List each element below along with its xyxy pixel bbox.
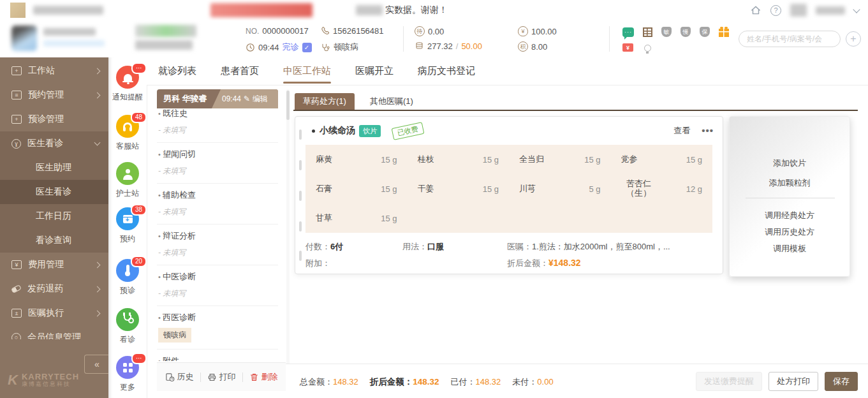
points-icon: 积 — [518, 41, 528, 52]
use-template-button[interactable]: 调用模板 — [730, 243, 850, 254]
redacted-patient-name — [43, 28, 96, 36]
patient-summary-bar: NO.0000000017 09:44 完诊 ✓ 15626156481 顿咳病 — [0, 20, 868, 58]
add-patient-button[interactable]: + — [846, 31, 861, 47]
calendar-icon[interactable]: 38 — [116, 207, 139, 230]
insurance-shield-icon: 保 — [700, 27, 710, 37]
search-input[interactable] — [746, 34, 834, 44]
record-table-icon[interactable] — [643, 27, 652, 37]
sidebar-item-doctor-consult[interactable]: 医生看诊 — [0, 180, 108, 204]
quicknav-consult[interactable]: 看诊 — [108, 308, 147, 345]
sidebar-item-fee-mgmt[interactable]: ¥ 费用管理 — [0, 253, 108, 277]
patient-time-edit: 09:44 ✎ 编辑 — [212, 89, 278, 108]
chevron-down-icon[interactable] — [853, 6, 860, 13]
clipboard-check-icon[interactable]: ✓ — [302, 43, 312, 52]
help-icon[interactable]: ? — [770, 5, 781, 16]
sidebar-item-doctor-assistant[interactable]: 医生助理 — [0, 156, 108, 180]
home-icon[interactable] — [750, 4, 761, 16]
add-herb-pieces-button[interactable]: 添加饮片 — [730, 158, 850, 169]
allergy-shield-icon: 敏 — [661, 27, 672, 37]
herb-item: 桂枝15 g — [408, 154, 510, 165]
stethoscope-icon[interactable] — [116, 308, 139, 331]
tab-herbal-prescription[interactable]: 草药处方(1) — [295, 93, 355, 110]
patient-panel-header: 男科 华骏睿 09:44 ✎ 编辑 — [157, 89, 278, 108]
total-amount: 总金额：148.32 — [300, 376, 358, 388]
panel-scrollbar[interactable] — [286, 89, 290, 389]
herb-item: 甘草15 g — [305, 212, 408, 224]
tab-patient-home[interactable]: 患者首页 — [221, 65, 259, 77]
print-button[interactable]: 打印 — [207, 371, 236, 383]
sidebar-item-doctor-visit[interactable]: ɣ 医生看诊 — [0, 131, 108, 156]
fee-icon: ¥ — [11, 260, 22, 269]
app-window: 实数据。谢谢！ ? NO.0000000017 09:44 完诊 — [0, 0, 868, 398]
tab-medical-record[interactable]: 病历文书登记 — [418, 65, 475, 77]
sidebar-item-workstation[interactable]: + 工作站 — [0, 59, 108, 83]
edit-pencil-icon[interactable]: ✎ — [244, 94, 250, 103]
sidebar-item-visit-query[interactable]: 看诊查询 — [0, 228, 108, 253]
patient-dept-name: 男科 华骏睿 — [157, 89, 207, 108]
section-past-history: 既往史 - 未填写 — [157, 108, 278, 143]
headset-icon[interactable]: 48 — [116, 115, 139, 138]
coins-icon — [415, 41, 424, 51]
section-aux-exam: 辅助检查 - 未填写 — [157, 184, 278, 225]
chronic-shield-icon: 慢 — [680, 27, 691, 37]
sidebar-item-prediagnosis-mgmt[interactable]: + 预诊管理 — [0, 107, 108, 131]
tab-tcm-workstation[interactable]: 中医工作站 — [283, 65, 331, 77]
quicknav-notifications[interactable]: ⋯ 通知提醒 — [108, 66, 147, 103]
grid-icon[interactable]: ⋯ — [116, 356, 139, 379]
use-classic-rx-button[interactable]: 调用经典处方 — [730, 210, 850, 221]
add-granules-button[interactable]: 添加颗粒剂 — [730, 177, 850, 189]
quicknav-prediagnosis[interactable]: 20 预诊 — [108, 259, 147, 296]
redacted-banner — [210, 3, 313, 17]
use-history-rx-button[interactable]: 调用历史处方 — [730, 226, 850, 238]
history-button[interactable]: 历史 — [165, 371, 194, 383]
nurse-icon[interactable] — [116, 162, 139, 185]
coupon-icon[interactable]: ¥ — [622, 43, 633, 52]
send-payment-reminder-button[interactable]: 发送缴费提醒 — [696, 372, 762, 391]
sidebar-submenu: 医生助理 医生看诊 工作日历 看诊查询 — [0, 156, 108, 253]
delete-button[interactable]: 删除 — [249, 371, 278, 383]
thermometer-icon[interactable]: 20 — [116, 259, 139, 282]
clock-icon — [246, 43, 255, 52]
sidebar-item-work-calendar[interactable]: 工作日历 — [0, 204, 108, 228]
stethoscope-icon: ɣ — [11, 139, 21, 149]
lightbulb-icon[interactable] — [644, 45, 651, 52]
view-button[interactable]: 查看 — [673, 125, 690, 136]
gift-icon[interactable] — [719, 29, 729, 37]
divider — [746, 198, 835, 198]
herb-item: 麻黄15 g — [305, 154, 408, 165]
prescription-card: 小续命汤 饮片 已收费 查看 ••• 麻黄15 g 桂枝15 g 全当归15 g… — [295, 116, 723, 274]
sidebar-item-order-execution[interactable]: ± 医嘱执行 — [0, 301, 108, 325]
sidebar-item-appointment-mgmt[interactable]: ≡ 预约管理 — [0, 83, 108, 107]
quicknav-nurse-station[interactable]: 护士站 — [108, 162, 147, 199]
more-icon[interactable]: ••• — [702, 128, 714, 134]
patient-panel-footer: 历史 打印 删除 — [157, 362, 286, 391]
quicknav-customer-service[interactable]: 48 客服站 — [108, 115, 147, 152]
quicknav-appointment[interactable]: 38 预约 — [108, 207, 147, 244]
bell-icon[interactable]: ⋯ — [116, 66, 139, 89]
sidebar-clipped-item-wrap: ○ 会员信息管理 — [0, 325, 108, 339]
chat-icon[interactable]: ··· — [622, 27, 634, 37]
patient-panel-body[interactable]: 既往史 - 未填写 望闻问切 - 未填写 辅助检查 - 未填写 辩证分析 - 未… — [157, 108, 278, 361]
vendor-logo-mark: K — [8, 373, 18, 387]
edit-button[interactable]: 编辑 — [253, 94, 268, 105]
tab-visit-list[interactable]: 就诊列表 — [158, 65, 196, 77]
notification-badge: 20 — [131, 256, 147, 267]
avatar[interactable] — [790, 4, 807, 17]
tab-order-create[interactable]: 医嘱开立 — [355, 65, 394, 77]
prescription-action-panel: 添加饮片 添加颗粒剂 调用经典处方 调用历史处方 调用模板 — [729, 116, 850, 277]
redacted-patient-info — [43, 40, 105, 47]
save-button[interactable]: 保存 — [825, 372, 858, 391]
sidebar-item-member-info[interactable]: ○ 会员信息管理 — [0, 325, 108, 339]
sidebar-collapse-button[interactable]: « — [84, 355, 109, 374]
sidebar-item-dispense-return[interactable]: 发药退药 — [0, 277, 108, 301]
trash-icon — [249, 372, 259, 382]
bullet-dot — [312, 129, 315, 133]
prescription-print-button[interactable]: 处方打印 — [769, 372, 818, 391]
patient-search[interactable] — [739, 31, 841, 47]
herb-item: 干姜15 g — [408, 183, 510, 195]
patient-phone: 15626156481 — [320, 26, 384, 36]
prescription-type-tag: 饮片 — [359, 125, 381, 137]
tab-other-orders[interactable]: 其他医嘱(1) — [370, 93, 413, 110]
scrollbar-thumb[interactable] — [286, 91, 290, 120]
quicknav-more[interactable]: ⋯ 更多 — [108, 356, 147, 393]
